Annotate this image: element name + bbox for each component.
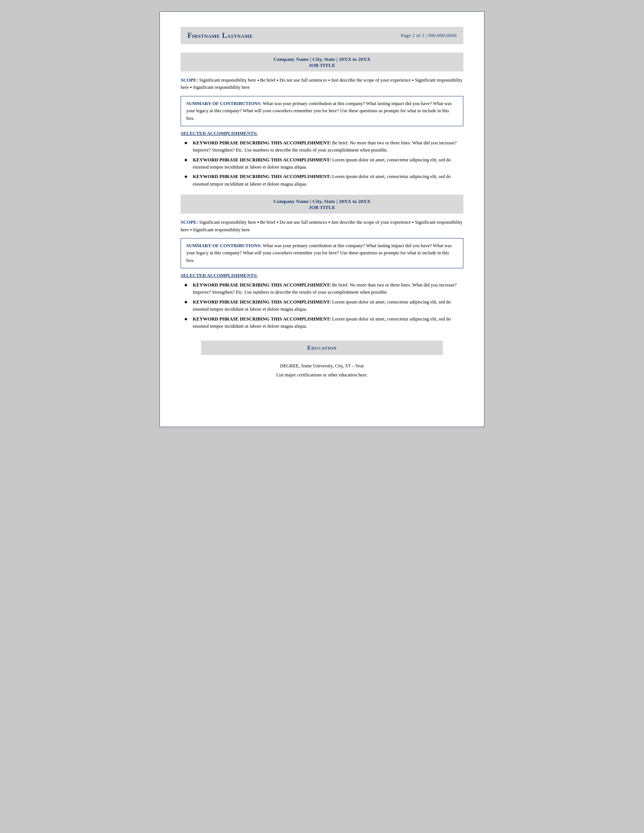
summary-box-1: SUMMARY OF CONTRIBUTIONS: What was your … bbox=[181, 96, 463, 126]
header-name: Firstname Lastname bbox=[188, 31, 253, 40]
cert-line: List major certifications or other educa… bbox=[181, 371, 463, 380]
accomplishment-kw: KEYWORD PHRASE DESCRIBING THIS ACCOMPLIS… bbox=[193, 174, 331, 179]
company-block-2: Company Name | City, State | 20XX to 20X… bbox=[181, 195, 463, 214]
resume-page: Firstname Lastname Page 2 of 2 | 000.000… bbox=[159, 11, 485, 427]
accomplishments-header-1: SELECTED ACCOMPLISHMENTS: bbox=[181, 131, 463, 137]
accomplishment-kw: KEYWORD PHRASE DESCRIBING THIS ACCOMPLIS… bbox=[193, 140, 331, 146]
summary-box-2: SUMMARY OF CONTRIBUTIONS: What was your … bbox=[181, 238, 463, 269]
accomplishment-kw: KEYWORD PHRASE DESCRIBING THIS ACCOMPLIS… bbox=[193, 316, 331, 322]
scope-block-2: SCOPE: Significant responsibility here ▪… bbox=[181, 219, 463, 233]
scope-label-1: SCOPE: bbox=[181, 77, 198, 83]
scope-text-1: Significant responsibility here ▪ Be bri… bbox=[181, 77, 463, 90]
company-line-1: Company Name | City, State | 20XX to 20X… bbox=[188, 56, 456, 63]
scope-block-1: SCOPE: Significant responsibility here ▪… bbox=[181, 77, 463, 92]
accomplishments-list-1: KEYWORD PHRASE DESCRIBING THIS ACCOMPLIS… bbox=[181, 140, 463, 188]
job-title-1: JOB TITLE bbox=[188, 63, 456, 68]
accomplishment-kw: KEYWORD PHRASE DESCRIBING THIS ACCOMPLIS… bbox=[193, 157, 331, 162]
education-content: DEGREE, Some University, City, ST – Year… bbox=[181, 362, 463, 380]
summary-label-1: SUMMARY OF CONTRIBUTIONS: bbox=[186, 101, 262, 106]
accomplishments-list-2: KEYWORD PHRASE DESCRIBING THIS ACCOMPLIS… bbox=[181, 281, 463, 330]
header-bar: Firstname Lastname Page 2 of 2 | 000.000… bbox=[181, 27, 463, 44]
scope-text-2: Significant responsibility here ▪ Be bri… bbox=[181, 220, 463, 232]
job-section-2: Company Name | City, State | 20XX to 20X… bbox=[181, 195, 463, 330]
company-block-1: Company Name | City, State | 20XX to 20X… bbox=[181, 53, 463, 71]
summary-label-2: SUMMARY OF CONTRIBUTIONS: bbox=[186, 243, 262, 248]
education-section: Education DEGREE, Some University, City,… bbox=[181, 341, 463, 380]
accomplishments-header-2: SELECTED ACCOMPLISHMENTS: bbox=[181, 273, 463, 278]
job-section-1: Company Name | City, State | 20XX to 20X… bbox=[181, 53, 463, 188]
accomplishment-kw: KEYWORD PHRASE DESCRIBING THIS ACCOMPLIS… bbox=[193, 299, 331, 305]
accomplishment-kw: KEYWORD PHRASE DESCRIBING THIS ACCOMPLIS… bbox=[193, 282, 331, 288]
list-item: KEYWORD PHRASE DESCRIBING THIS ACCOMPLIS… bbox=[185, 156, 463, 171]
list-item: KEYWORD PHRASE DESCRIBING THIS ACCOMPLIS… bbox=[185, 281, 463, 296]
list-item: KEYWORD PHRASE DESCRIBING THIS ACCOMPLIS… bbox=[185, 315, 463, 330]
education-title: Education bbox=[307, 345, 337, 351]
education-header-bar: Education bbox=[201, 341, 443, 355]
list-item: KEYWORD PHRASE DESCRIBING THIS ACCOMPLIS… bbox=[185, 299, 463, 313]
list-item: KEYWORD PHRASE DESCRIBING THIS ACCOMPLIS… bbox=[185, 140, 463, 154]
header-page-info: Page 2 of 2 | 000.000.0000 bbox=[401, 32, 456, 39]
company-line-2: Company Name | City, State | 20XX to 20X… bbox=[188, 198, 456, 204]
scope-label-2: SCOPE: bbox=[181, 220, 198, 225]
job-title-2: JOB TITLE bbox=[188, 204, 456, 211]
degree-line: DEGREE, Some University, City, ST – Year bbox=[181, 362, 463, 371]
list-item: KEYWORD PHRASE DESCRIBING THIS ACCOMPLIS… bbox=[185, 173, 463, 188]
